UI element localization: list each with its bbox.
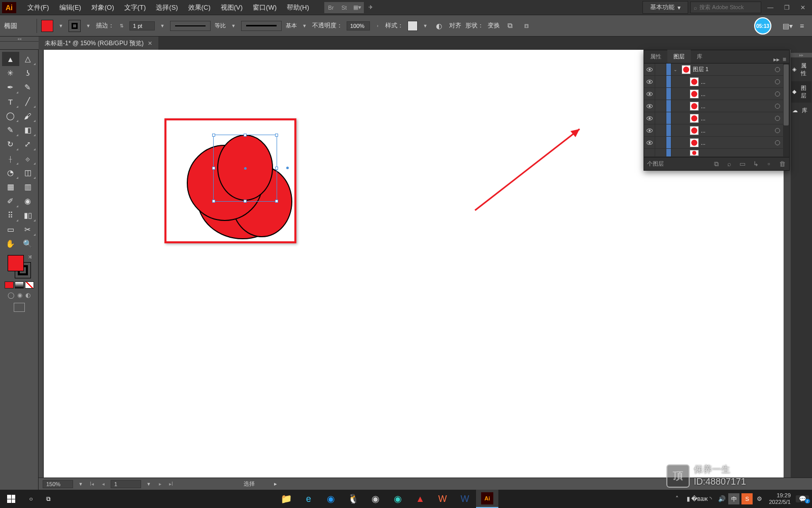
artboard-dd[interactable]: ▼ bbox=[145, 482, 152, 487]
gradient-tool[interactable]: ▥ bbox=[19, 180, 37, 194]
pen-tool[interactable]: ✒ bbox=[2, 80, 19, 94]
graph-tool[interactable]: ▮▯ bbox=[19, 208, 37, 223]
ime-sogou[interactable]: S bbox=[741, 493, 753, 504]
tray-settings-icon[interactable]: ⚙ bbox=[755, 495, 764, 502]
blend-tool[interactable]: ◉ bbox=[19, 194, 37, 208]
tray-clock[interactable]: 19:29 2022/5/1 bbox=[766, 492, 794, 505]
magic-wand-tool[interactable]: ✳ bbox=[2, 66, 19, 80]
target-button[interactable] bbox=[773, 79, 782, 84]
last-artboard[interactable]: ▸I bbox=[167, 481, 175, 488]
target-button[interactable] bbox=[773, 67, 782, 72]
new-layer-icon[interactable]: ▫ bbox=[765, 161, 773, 168]
fill-stroke-indicator[interactable]: ⤭ bbox=[7, 254, 32, 279]
layer-row-parent[interactable]: ⌄ 图层 1 bbox=[644, 64, 789, 76]
taskbar-word[interactable]: W bbox=[454, 490, 476, 508]
taskbar-chrome[interactable]: ◉ bbox=[364, 490, 387, 508]
zoom-tool[interactable]: 🔍 bbox=[19, 237, 37, 251]
brush-def[interactable] bbox=[241, 21, 282, 31]
sublayer-row[interactable]: ... bbox=[644, 124, 789, 137]
visibility-toggle[interactable] bbox=[644, 137, 655, 148]
type-tool[interactable]: T bbox=[2, 94, 19, 109]
stroke-weight-input[interactable]: 1 pt bbox=[129, 21, 155, 30]
stock-icon[interactable]: St bbox=[337, 2, 351, 13]
taskbar-app-red[interactable]: ▲ bbox=[409, 490, 431, 508]
sublayer-row[interactable]: ... bbox=[644, 112, 789, 124]
menu-select[interactable]: 选择(S) bbox=[151, 1, 183, 14]
delete-layer-icon[interactable]: 🗑 bbox=[778, 161, 786, 168]
line-tool[interactable]: ╱ bbox=[19, 94, 37, 109]
panel-menu-icon[interactable]: ≡ bbox=[796, 20, 808, 32]
tray-wifi-icon[interactable]: ◝ bbox=[706, 495, 715, 502]
action-center[interactable]: 💬2 bbox=[796, 495, 809, 502]
expand-panel-icon[interactable]: ▸▸ bbox=[773, 56, 780, 63]
tray-volume-icon[interactable]: 🔊 bbox=[717, 495, 726, 502]
slice-tool[interactable]: ✂ bbox=[19, 223, 37, 237]
stock-search[interactable]: ⌕搜索 Adobe Stock bbox=[690, 2, 761, 13]
symbol-spray-tool[interactable]: ⠿ bbox=[2, 208, 19, 223]
eraser-tool[interactable]: ◧ bbox=[19, 123, 37, 137]
make-clip-icon[interactable]: ▭ bbox=[738, 161, 747, 168]
sublayer-row[interactable] bbox=[644, 149, 789, 157]
target-button[interactable] bbox=[773, 128, 782, 133]
start-button[interactable] bbox=[0, 490, 22, 508]
free-transform-tool[interactable]: ⟐ bbox=[19, 151, 37, 166]
tab-libraries[interactable]: 库 bbox=[691, 50, 708, 63]
menu-window[interactable]: 窗口(W) bbox=[248, 1, 282, 14]
sublayer-row[interactable]: ... bbox=[644, 76, 789, 88]
swap-fill-stroke-icon[interactable]: ⤭ bbox=[28, 254, 32, 260]
taskbar-app-blue[interactable]: ◉ bbox=[320, 490, 342, 508]
taskbar-edge-legacy[interactable]: e bbox=[297, 490, 320, 508]
prev-artboard[interactable]: ◂ bbox=[99, 481, 107, 488]
panel-menu-icon[interactable]: ≡ bbox=[783, 56, 786, 63]
taskbar-illustrator[interactable]: Ai bbox=[476, 490, 498, 508]
maximize-button[interactable]: ❐ bbox=[780, 2, 794, 13]
next-artboard[interactable]: ▸ bbox=[156, 481, 163, 488]
mesh-tool[interactable]: ▦ bbox=[2, 180, 19, 194]
task-view[interactable]: ⧉ bbox=[40, 490, 57, 508]
brush-tool[interactable]: 🖌 bbox=[19, 109, 37, 123]
menu-view[interactable]: 视图(V) bbox=[216, 1, 248, 14]
expand-toggle[interactable]: ⌄ bbox=[671, 67, 680, 72]
rotate-tool[interactable]: ↻ bbox=[2, 137, 19, 151]
stroke-dropdown[interactable]: ▼ bbox=[85, 23, 92, 28]
zoom-dd[interactable]: ▼ bbox=[77, 482, 84, 487]
taskbar-edge[interactable]: ◉ bbox=[387, 490, 409, 508]
close-tab-icon[interactable]: ✕ bbox=[148, 40, 152, 47]
menu-type[interactable]: 文字(T) bbox=[119, 1, 151, 14]
stroke-color[interactable] bbox=[69, 20, 81, 32]
gpu-icon[interactable]: ✈ bbox=[364, 2, 377, 13]
color-mode-swatches[interactable] bbox=[5, 281, 34, 289]
sublayer-row[interactable]: ... bbox=[644, 137, 789, 149]
ellipse-tool[interactable]: ◯ bbox=[2, 109, 19, 123]
stroke-weight-down[interactable]: ⇅ bbox=[118, 23, 125, 28]
width-profile[interactable] bbox=[170, 21, 211, 31]
scale-tool[interactable]: ⤢ bbox=[19, 137, 37, 151]
opacity-input[interactable]: 100% bbox=[347, 21, 370, 30]
shape-label[interactable]: 形状： bbox=[465, 21, 484, 30]
target-button[interactable] bbox=[773, 140, 782, 145]
taskbar-qq[interactable]: 🐧 bbox=[342, 490, 364, 508]
new-sublayer-icon[interactable]: ↳ bbox=[752, 161, 760, 168]
dock-properties[interactable]: ◈属性 bbox=[791, 59, 811, 80]
dock-libraries[interactable]: ☁库 bbox=[791, 104, 811, 117]
taskbar-search[interactable]: ○ bbox=[22, 490, 40, 508]
artboard-number[interactable]: 1 bbox=[111, 480, 141, 488]
dock-collapse[interactable]: ▸▸ bbox=[791, 53, 812, 58]
brush-dd[interactable]: ▼ bbox=[301, 23, 308, 28]
ime-indicator[interactable]: 中 bbox=[728, 493, 739, 504]
arrange-docs-icon[interactable]: ▦▾ bbox=[351, 2, 364, 13]
visibility-toggle[interactable] bbox=[644, 100, 655, 112]
sublayer-row[interactable]: ... bbox=[644, 100, 789, 112]
document-tab[interactable]: 未标题-1* @ 150% (RGB/GPU 预览) ✕ bbox=[39, 37, 158, 50]
toolbox-collapse[interactable]: ◂◂ bbox=[0, 37, 39, 42]
curvature-tool[interactable]: ✎ bbox=[19, 80, 37, 94]
pref-icon[interactable]: ▤▾ bbox=[782, 20, 794, 32]
align-label[interactable]: 对齐 bbox=[449, 21, 461, 30]
workspace-switcher[interactable]: 基本功能▾ bbox=[642, 1, 688, 14]
selection-tool[interactable]: ▲ bbox=[2, 52, 19, 66]
visibility-toggle[interactable] bbox=[644, 112, 655, 124]
style-dd[interactable]: ▼ bbox=[422, 23, 429, 28]
direct-select-tool[interactable]: △ bbox=[19, 52, 37, 66]
target-button[interactable] bbox=[773, 104, 782, 109]
perspective-tool[interactable]: ◫ bbox=[19, 166, 37, 180]
